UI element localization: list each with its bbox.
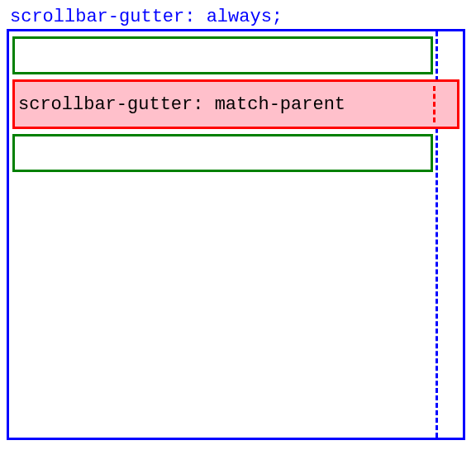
match-parent-box: scrollbar-gutter: match-parent [12,79,459,129]
scroll-container: scrollbar-gutter: match-parent [7,29,465,440]
page-title: scrollbar-gutter: always; [7,7,469,27]
green-box-1 [12,36,433,74]
red-gutter-line [433,86,436,122]
green-box-2 [12,134,433,172]
match-parent-label: scrollbar-gutter: match-parent [18,94,345,115]
